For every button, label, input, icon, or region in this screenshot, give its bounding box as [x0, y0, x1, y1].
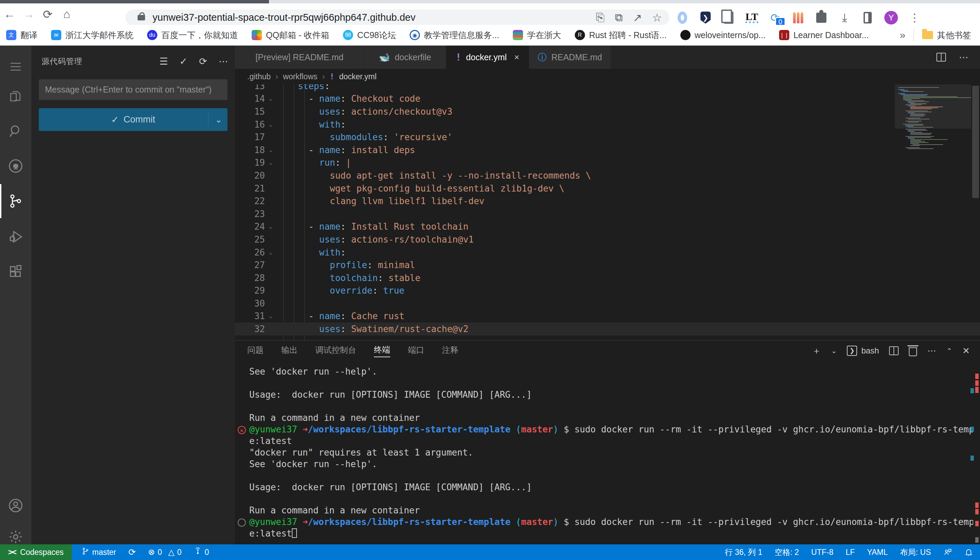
new-terminal-icon[interactable]: ＋ [812, 345, 821, 357]
branch-indicator[interactable]: master [81, 547, 116, 557]
refresh-icon[interactable]: ⟳ [199, 56, 207, 67]
code-line[interactable]: 16⌄ with: [235, 118, 980, 131]
clipboard-icon[interactable]: ⎘ [596, 11, 605, 24]
code-line[interactable]: 18⌄ - name: install deps [235, 143, 980, 157]
ports-indicator[interactable]: 0 [194, 547, 209, 557]
back-icon[interactable]: ← [0, 7, 19, 22]
reload-icon[interactable]: ⟳ [38, 7, 57, 22]
code-line[interactable]: 26⌄ with: [235, 246, 980, 259]
kill-terminal-icon[interactable] [909, 347, 917, 356]
keyboard-layout[interactable]: 布局: US [900, 547, 931, 558]
fold-chevron-icon[interactable]: ⌄ [265, 249, 276, 256]
breadcrumb-folder[interactable]: .github [247, 72, 271, 81]
editor-more-actions-icon[interactable]: ⋯ [959, 52, 968, 63]
ext-crayons-icon[interactable] [792, 11, 804, 24]
bookmark-item[interactable]: RRust 招聘 - Rust语... [575, 30, 667, 41]
ext-oval-icon[interactable] [676, 11, 689, 24]
fold-chevron-icon[interactable]: ⌄ [265, 146, 276, 154]
code-line[interactable]: 24⌄ - name: Install Rust toolchain [235, 220, 980, 233]
bookmark-item[interactable]: 文翻译 [6, 30, 37, 41]
indentation[interactable]: 空格: 2 [775, 547, 799, 558]
ext-sync-icon[interactable]: ⟳0 [769, 11, 781, 24]
extensions-puzzle-icon[interactable] [815, 11, 828, 24]
panel-more-actions-icon[interactable]: ⋯ [927, 346, 936, 356]
encoding[interactable]: UTF-8 [811, 548, 833, 557]
scrollbar-thumb[interactable] [972, 86, 979, 198]
view-as-list-icon[interactable]: ☰ [159, 56, 168, 67]
explorer-icon[interactable] [0, 81, 31, 111]
command-idle-icon[interactable] [237, 518, 246, 527]
bookmark-item[interactable]: weloveinterns/op... [681, 30, 766, 40]
eol-sequence[interactable]: LF [846, 548, 855, 557]
scm-more-actions-icon[interactable]: ⋯ [219, 56, 228, 67]
split-terminal-icon[interactable] [889, 346, 899, 355]
fold-chevron-icon[interactable]: ⌄ [265, 159, 276, 167]
panel-tab-输出[interactable]: 输出 [281, 345, 298, 357]
code-line[interactable]: 28 toolchain: stable [235, 272, 980, 284]
problems-indicator[interactable]: ⊗0 △0 [148, 547, 182, 557]
commit-message-input[interactable] [39, 79, 227, 100]
bookmark-item[interactable]: 学在浙大 [513, 30, 561, 41]
minimap[interactable] [895, 84, 971, 340]
account-icon[interactable] [0, 491, 31, 520]
code-line[interactable]: 22 clang llvm libelf1 libelf-dev [235, 195, 980, 208]
ext-languagetool-icon[interactable]: LT [745, 11, 758, 24]
code-line[interactable]: 27 profile: minimal [235, 258, 980, 272]
code-line[interactable]: 21 wget pkg-config build-essential zlib1… [235, 182, 980, 195]
search-icon[interactable] [0, 116, 31, 146]
url-bar[interactable]: yunwei37-potential-space-trout-rpr5qwj66… [125, 10, 669, 25]
bookmark-item[interactable]: 98CC98论坛 [343, 30, 396, 41]
url-text[interactable]: yunwei37-potential-space-trout-rpr5qwj66… [152, 12, 415, 23]
downloads-icon[interactable]: ⤓ [838, 11, 851, 24]
cursor-position[interactable]: 行 36, 列 1 [725, 547, 763, 558]
forward-icon[interactable]: → [19, 7, 38, 22]
extensions-icon[interactable] [0, 257, 31, 287]
bookmark-item[interactable]: ✉浙江大学邮件系统 [51, 30, 134, 41]
bookmarks-overflow-icon[interactable]: » [900, 29, 905, 41]
fold-chevron-icon[interactable]: ⌄ [265, 223, 276, 230]
terminal-dropdown-icon[interactable]: ⌄ [831, 347, 837, 355]
panel-tab-调试控制台[interactable]: 调试控制台 [315, 345, 356, 357]
home-icon[interactable]: ⌂ [57, 7, 76, 22]
code-line[interactable]: 14⌄ - name: Checkout code [235, 93, 980, 105]
bookmark-item[interactable]: ◉教学管理信息服务... [410, 30, 499, 41]
panel-tab-终端[interactable]: 终端 [374, 344, 390, 357]
commit-button[interactable]: ✓ Commit ⌄ [39, 108, 227, 131]
split-editor-icon[interactable] [937, 53, 946, 62]
tab-preview-readme[interactable]: [Preview] README.md [235, 46, 365, 69]
open-in-window-icon[interactable]: ⧉ [615, 11, 623, 24]
sync-status[interactable]: ⟳ [129, 547, 136, 558]
remote-indicator[interactable]: >< Codespaces [0, 544, 72, 560]
notifications-bell-icon[interactable] [964, 548, 973, 557]
bookmark-item[interactable]: QQ邮箱 - 收件箱 [252, 30, 329, 41]
close-panel-icon[interactable]: ✕ [962, 346, 970, 356]
commit-check-icon[interactable]: ✓ [179, 56, 187, 67]
tab-close-icon[interactable]: × [514, 52, 519, 63]
code-line[interactable]: 31⌄ - name: Cache rust [235, 310, 980, 323]
code-line[interactable]: 30 [235, 297, 980, 310]
tab-readme[interactable]: ⓘ README.md [529, 46, 611, 69]
code-line[interactable]: 19⌄ run: | [235, 157, 980, 170]
command-failed-icon[interactable]: ✕ [237, 426, 246, 434]
breadcrumb-folder[interactable]: workflows [283, 72, 317, 81]
tab-docker-yml[interactable]: ! docker.yml × [446, 46, 529, 69]
code-line[interactable]: 29 override: true [235, 284, 980, 297]
panel-tab-端口[interactable]: 端口 [408, 345, 424, 357]
code-line[interactable]: 25 uses: actions-rs/toolchain@v1 [235, 233, 980, 246]
bookmark-star-icon[interactable]: ☆ [652, 11, 662, 24]
menu-icon[interactable] [0, 52, 31, 82]
code-line[interactable]: 32 uses: Swatinem/rust-cache@v2 [235, 323, 980, 335]
code-line[interactable]: 17 submodules: 'recursive' [235, 131, 980, 143]
panel-tab-注释[interactable]: 注释 [442, 345, 458, 357]
fold-chevron-icon[interactable]: ⌄ [265, 95, 276, 102]
panel-tab-问题[interactable]: 问题 [247, 345, 264, 357]
lock-icon[interactable] [137, 15, 145, 20]
share-icon[interactable]: ↗ [633, 11, 642, 24]
github-icon[interactable] [0, 151, 31, 181]
tab-dockerfile[interactable]: 🐋 dockerfile [365, 46, 446, 69]
language-mode[interactable]: YAML [867, 548, 888, 557]
feedback-icon[interactable] [943, 548, 952, 557]
code-line[interactable]: 20 sudo apt-get install -y --no-install-… [235, 169, 980, 182]
source-control-icon[interactable] [0, 186, 31, 216]
fold-chevron-icon[interactable]: ⌄ [265, 312, 276, 320]
